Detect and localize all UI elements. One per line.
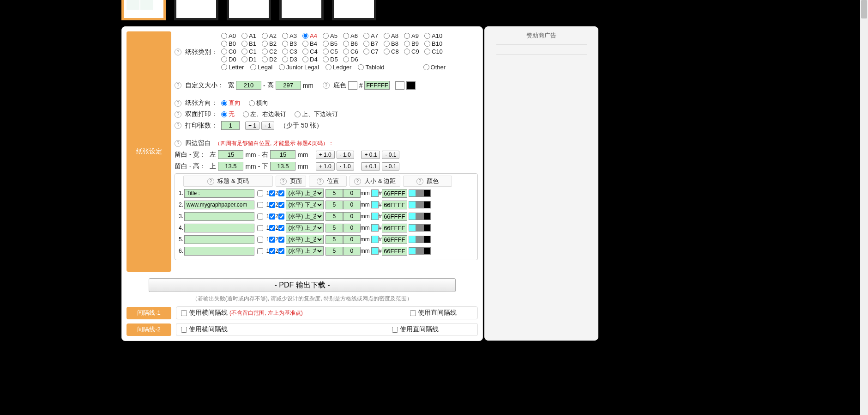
title-position-select[interactable]: (水平) 上_左 <box>286 223 324 232</box>
title-color-input[interactable] <box>382 247 407 256</box>
paper-type-b0[interactable]: B0 <box>221 40 241 47</box>
duplex-lr[interactable]: 左、右边装订 <box>243 110 286 118</box>
paper-type-d4[interactable]: D4 <box>302 56 323 63</box>
title-margin-input[interactable] <box>343 224 361 232</box>
title-page2-checkbox[interactable] <box>278 237 284 243</box>
swatch-gray[interactable] <box>416 213 423 220</box>
paper-type-d1[interactable]: D1 <box>241 56 262 63</box>
copies-dec-button[interactable]: - 1 <box>261 122 274 130</box>
paper-type-a5[interactable]: A5 <box>323 32 343 39</box>
paper-type-b3[interactable]: B3 <box>282 40 302 47</box>
title-text-input[interactable] <box>184 189 254 198</box>
title-position-select[interactable]: (水平) 上_左 <box>286 246 324 256</box>
margin-right-input[interactable] <box>270 150 295 159</box>
paper-type-c3[interactable]: C3 <box>282 48 302 55</box>
help-icon[interactable]: ? <box>280 178 287 185</box>
swatch-black[interactable] <box>423 189 431 197</box>
duplex-none[interactable]: 无 <box>221 110 235 118</box>
help-icon[interactable]: ? <box>175 140 181 147</box>
paper-type-b4[interactable]: B4 <box>302 40 323 47</box>
paper-type-b8[interactable]: B8 <box>384 40 404 47</box>
sep1-vertical-checkbox[interactable] <box>410 310 416 316</box>
paper-type-b6[interactable]: B6 <box>343 40 363 47</box>
mh-dec01-button[interactable]: - 0.1 <box>382 162 399 171</box>
title-color-input[interactable] <box>382 224 407 232</box>
help-icon[interactable]: ? <box>175 82 181 89</box>
title-text-input[interactable] <box>184 247 254 256</box>
title-page1-checkbox[interactable] <box>269 190 275 196</box>
help-icon[interactable]: ? <box>175 100 181 107</box>
title-page1-checkbox[interactable] <box>269 237 275 243</box>
paper-type-c1[interactable]: C1 <box>241 48 262 55</box>
title-size-input[interactable] <box>326 247 343 256</box>
paper-type-junior-legal[interactable]: Junior Legal <box>279 64 319 71</box>
title-size-input[interactable] <box>326 189 343 198</box>
paper-type-c8[interactable]: C8 <box>384 48 404 55</box>
swatch-black[interactable] <box>423 247 431 255</box>
title-enable-checkbox[interactable] <box>257 237 263 243</box>
title-color-swatch[interactable] <box>371 247 379 255</box>
help-icon[interactable]: ? <box>175 49 181 55</box>
swatch-cyan[interactable] <box>409 189 416 197</box>
swatch-gray[interactable] <box>416 201 423 208</box>
title-text-input[interactable] <box>184 224 254 232</box>
title-page2-checkbox[interactable] <box>278 190 284 196</box>
paper-type-c4[interactable]: C4 <box>302 48 323 55</box>
title-page2-checkbox[interactable] <box>278 248 284 254</box>
title-page2-checkbox[interactable] <box>278 214 284 220</box>
swatch-black[interactable] <box>423 201 431 208</box>
swatch-cyan[interactable] <box>409 247 416 255</box>
swatch-black[interactable] <box>406 81 416 90</box>
title-color-swatch[interactable] <box>371 224 379 232</box>
title-text-input[interactable] <box>184 212 254 221</box>
title-color-swatch[interactable] <box>371 236 379 243</box>
help-icon[interactable]: ? <box>354 178 361 185</box>
paper-type-a6[interactable]: A6 <box>343 32 363 39</box>
duplex-tb[interactable]: 上、下边装订 <box>295 110 338 118</box>
vertical-scrollbar[interactable] <box>860 0 868 415</box>
paper-type-a1[interactable]: A1 <box>241 32 262 39</box>
thumbnail-4[interactable] <box>279 0 324 20</box>
title-color-input[interactable] <box>382 235 407 244</box>
swatch-gray[interactable] <box>416 189 423 197</box>
paper-type-ledger[interactable]: Ledger <box>326 64 351 71</box>
paper-type-c10[interactable]: C10 <box>424 48 445 55</box>
sep2-horizontal-checkbox[interactable] <box>181 327 187 333</box>
swatch-black[interactable] <box>423 213 431 220</box>
orientation-portrait[interactable]: 直向 <box>221 99 241 107</box>
title-margin-input[interactable] <box>343 189 361 198</box>
paper-type-c7[interactable]: C7 <box>363 48 384 55</box>
margin-top-input[interactable] <box>218 162 243 171</box>
title-enable-checkbox[interactable] <box>257 202 263 208</box>
bgcolor-input[interactable] <box>364 81 390 90</box>
pdf-download-button[interactable]: - PDF 输出下载 - <box>149 278 456 292</box>
title-page1-checkbox[interactable] <box>269 214 275 220</box>
swatch-black[interactable] <box>423 236 431 243</box>
sep2-vertical-checkbox[interactable] <box>392 327 398 333</box>
title-enable-checkbox[interactable] <box>257 248 263 254</box>
paper-type-c0[interactable]: C0 <box>221 48 241 55</box>
paper-type-b10[interactable]: B10 <box>424 40 445 47</box>
title-color-input[interactable] <box>382 189 407 198</box>
title-page2-checkbox[interactable] <box>278 225 284 231</box>
paper-type-a7[interactable]: A7 <box>363 32 384 39</box>
help-icon[interactable]: ? <box>317 178 324 185</box>
title-enable-checkbox[interactable] <box>257 190 263 196</box>
title-color-swatch[interactable] <box>371 189 379 197</box>
thumbnail-2[interactable] <box>174 0 218 20</box>
paper-type-c6[interactable]: C6 <box>343 48 363 55</box>
paper-type-legal[interactable]: Legal <box>250 64 272 71</box>
copies-inc-button[interactable]: + 1 <box>245 122 259 130</box>
title-margin-input[interactable] <box>343 235 361 244</box>
title-color-swatch[interactable] <box>371 213 379 220</box>
title-page1-checkbox[interactable] <box>269 225 275 231</box>
paper-type-c9[interactable]: C9 <box>404 48 424 55</box>
paper-type-b7[interactable]: B7 <box>363 40 384 47</box>
title-color-input[interactable] <box>382 212 407 221</box>
title-size-input[interactable] <box>326 212 343 221</box>
swatch-cyan[interactable] <box>409 224 416 232</box>
paper-type-a3[interactable]: A3 <box>282 32 302 39</box>
paper-type-d3[interactable]: D3 <box>282 56 302 63</box>
title-size-input[interactable] <box>326 224 343 232</box>
mw-dec1-button[interactable]: - 1.0 <box>337 151 354 159</box>
